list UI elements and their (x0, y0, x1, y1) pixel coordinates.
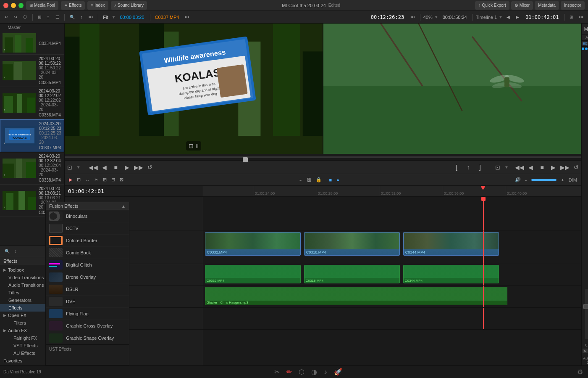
a1-fader-handle[interactable] (583, 304, 588, 309)
tl-vol-minus[interactable]: - (524, 177, 529, 183)
edit-mode-button[interactable]: ✏ (285, 368, 294, 376)
center-menu-button[interactable]: ••• (408, 14, 417, 20)
clip-menu-button[interactable]: ••• (183, 14, 192, 20)
effect-item-dve[interactable]: DVE (46, 296, 129, 308)
play-button[interactable]: ▶ (122, 164, 132, 171)
screen-toggle-button[interactable]: ⊡ (65, 164, 75, 171)
redo-button[interactable]: ↪ (12, 14, 19, 20)
r-prev-button[interactable]: ◀◀ (514, 164, 525, 171)
next-frame-button[interactable]: ▶▶ (134, 164, 144, 171)
r-play-button[interactable]: ▶ (549, 164, 559, 171)
effect-item-cctv[interactable]: CCTV (46, 222, 129, 235)
effect-item-binoculars[interactable]: Binoculars (46, 210, 129, 222)
effect-item-comic-book[interactable]: Comic Book (46, 247, 129, 259)
scrubber-head[interactable] (243, 157, 248, 162)
video-clip-3[interactable]: C0344.MP4 (403, 232, 499, 256)
index-button[interactable]: ≡ Index (87, 1, 108, 10)
separator2 (64, 14, 65, 21)
color-mode-button[interactable]: ◑ (310, 368, 319, 376)
mark-in-button[interactable]: [ (452, 164, 462, 171)
loop-button[interactable]: ↺ (145, 164, 155, 171)
tl-insert-button[interactable]: ⊞ (101, 176, 108, 183)
clip-item[interactable]: ♪ 2024-03-20 00:12:32:04 00:12:32:04 202… (0, 152, 64, 185)
tl-ripple-button[interactable]: ⊟ (110, 176, 117, 183)
more-options-button[interactable]: ••• (577, 14, 585, 20)
tl-audio-btn[interactable]: 🔊 (513, 176, 522, 183)
tl-curve-button[interactable]: ⌣ (297, 176, 304, 183)
view-list-button[interactable]: ≡ (45, 14, 52, 20)
clip-item[interactable]: ♪ C0334.MP4 (0, 32, 64, 55)
r-step-back-button[interactable]: ◀ (526, 164, 536, 171)
audio1-clip-1[interactable]: C0332.MP4 (205, 265, 301, 283)
tl-vol-plus[interactable]: + (559, 177, 565, 183)
fairlight-mode-button[interactable]: ♪ (322, 368, 329, 376)
fusion-mode-button[interactable]: ⬡ (297, 368, 306, 376)
clip-item[interactable]: ♪ 2024-03-20 00:11:50:22 00:11:50:22 202… (0, 55, 64, 87)
cut-mode-button[interactable]: ✂ (273, 368, 281, 376)
a1-s-mix-button[interactable]: S (583, 349, 587, 353)
display-options-button[interactable]: ⊞ (567, 14, 575, 20)
a1-eq-button[interactable]: EQ (582, 42, 588, 45)
go-to-in-button[interactable]: ↑ (463, 164, 473, 171)
effect-item-digital-glitch[interactable]: Digital Glitch (46, 259, 129, 271)
deliver-mode-button[interactable]: 🚀 (332, 368, 344, 376)
volume-slider[interactable] (531, 179, 556, 181)
tl-lock-button[interactable]: 🔒 (314, 176, 323, 183)
tl-slide-button[interactable]: ⊠ (118, 176, 125, 183)
minimize-button[interactable] (11, 3, 16, 8)
effect-item-dslr[interactable]: DSLR (46, 283, 129, 296)
history-button[interactable]: ⏱ (21, 14, 29, 20)
settings-button[interactable]: ⚙ (575, 368, 585, 376)
timeline-next-button[interactable]: ▶ (514, 14, 521, 20)
view-grid-button[interactable]: ⊞ (36, 14, 43, 20)
timeline-prev-button[interactable]: ◀ (504, 14, 512, 20)
fusion-collapse-button[interactable]: ▲ (121, 204, 126, 209)
effect-item-graphic-cross[interactable]: Graphic Cross Overlay (46, 320, 129, 332)
tl-trim-button[interactable]: ⊡ (75, 176, 82, 183)
media-pool-button[interactable]: ⊞ Media Pool (26, 1, 58, 10)
clip-item-selected[interactable]: Wildlife awareness KOALAS ♪ 2024-03-20 0… (0, 119, 64, 152)
mixer-header: Mixer ✕ (582, 24, 588, 34)
step-back-button[interactable]: ◀ (100, 164, 110, 171)
scrubber-bar[interactable] (65, 154, 581, 161)
effect-item-colored-border[interactable]: Colored Border (46, 235, 129, 247)
inspector-button[interactable]: Inspector (561, 1, 585, 10)
tl-color-btn[interactable]: ■ (328, 177, 334, 183)
tl-split-button[interactable]: ↔ (84, 177, 92, 183)
effect-item-graphic-shape[interactable]: Graphic Shape Overlay (46, 332, 129, 344)
r-next-button[interactable]: ▶▶ (560, 164, 570, 171)
r-stop-button[interactable]: ■ (537, 164, 547, 171)
search-button[interactable]: 🔍 (68, 14, 77, 20)
effects-search-button[interactable]: 🔍 (3, 248, 12, 254)
quick-export-button[interactable]: ↑ Quick Export (475, 1, 509, 10)
prev-frame-button[interactable]: ◀◀ (88, 164, 98, 171)
clip-item[interactable]: ♪ 2024-03-20 00:12:22:02 00:12:22:02 202… (0, 87, 64, 119)
view-detail-button[interactable]: ☰ (53, 14, 61, 20)
tl-link-button[interactable]: ⛓ (305, 177, 313, 183)
sort-button[interactable]: ↕ (79, 14, 85, 20)
video-clip-2[interactable]: C0318.MP4 (304, 232, 400, 256)
tl-color-btn2[interactable]: ● (335, 177, 341, 183)
video-clip-1[interactable]: C0332.MP4 (205, 232, 301, 256)
clip-filename: C0335.MP4 (39, 80, 62, 85)
metadata-button[interactable]: Metadata (535, 1, 559, 10)
tl-razor-button[interactable]: ✂ (93, 176, 100, 183)
mark-out-button[interactable]: ] (475, 164, 485, 171)
audio2-clip[interactable]: Glacier - Chris Haugen.mp3 (205, 287, 507, 305)
undo-button[interactable]: ↩ (3, 14, 10, 20)
effect-item-drone-overlay[interactable]: Drone Overlay (46, 271, 129, 283)
stop-button[interactable]: ■ (111, 164, 121, 171)
audio1-clip-2[interactable]: C0318.MP4 (304, 265, 400, 283)
effects-button[interactable]: ✦ Effects (61, 1, 85, 10)
more-button[interactable]: ••• (87, 14, 95, 20)
mixer-button[interactable]: ⚙ Mixer (511, 1, 533, 10)
tl-select-button[interactable]: ▶ (67, 176, 74, 183)
audio1-clip-3[interactable]: C0344.MP4 (403, 265, 499, 283)
effect-item-flying-flag[interactable]: Flying Flag (46, 308, 129, 320)
maximize-button[interactable] (18, 3, 24, 8)
sound-library-button[interactable]: ♪ Sound Library (111, 1, 147, 10)
right-screen-toggle[interactable]: ⊡ (493, 164, 503, 171)
r-loop-button[interactable]: ↺ (571, 164, 581, 171)
close-button[interactable] (3, 3, 8, 8)
effects-sort-button[interactable]: ↕ (13, 248, 19, 254)
